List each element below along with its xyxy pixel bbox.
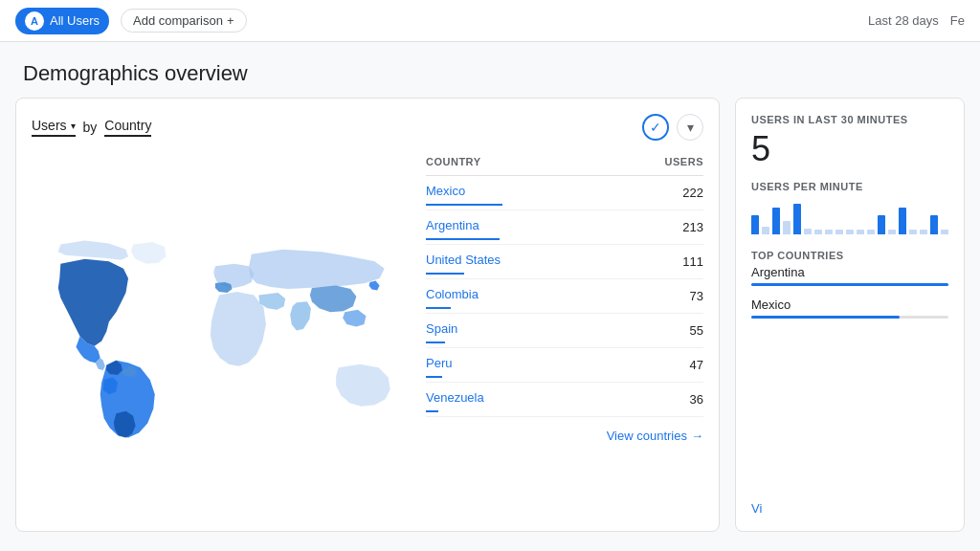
mini-bar	[751, 215, 759, 234]
mini-bar	[846, 230, 854, 234]
user-count: 73	[609, 279, 703, 314]
world-map	[32, 200, 418, 468]
country-cell: Peru	[426, 348, 609, 383]
top-countries-section: Argentina Mexico	[751, 265, 948, 501]
page-title-area: Demographics overview	[0, 42, 980, 98]
date-range-label: Last 28 days	[868, 13, 939, 28]
map-table-layout: COUNTRY USERS Mexico 222 Argentina 213 U…	[32, 152, 703, 516]
metric-selector[interactable]: Users ▾	[32, 118, 76, 137]
mini-bar	[909, 230, 917, 234]
country-name: Argentina	[426, 218, 479, 232]
dimension-label: Country	[104, 118, 151, 137]
mini-bar	[930, 215, 938, 234]
top-bar-right: Last 28 days Fe	[868, 13, 965, 28]
users-header: USERS	[609, 152, 703, 176]
card-header: Users ▾ by Country ✓ ▾	[32, 114, 703, 141]
mini-bar	[941, 230, 948, 234]
metric-label: Users	[32, 118, 67, 133]
table-row[interactable]: Spain 55	[426, 314, 703, 348]
mini-bar	[920, 230, 927, 234]
user-count: 36	[609, 383, 703, 417]
table-row[interactable]: Venezuela 36	[426, 383, 703, 417]
top-bar-left: A All Users Add comparison +	[15, 8, 247, 34]
users-30min-label: USERS IN LAST 30 MINUTES	[751, 114, 948, 125]
country-cell: United States	[426, 245, 609, 279]
chevron-down-icon: ▾	[71, 121, 76, 131]
top-country-bar-bg	[751, 316, 948, 319]
top-country-name: Argentina	[751, 265, 948, 279]
view-right-link[interactable]: Vi	[751, 501, 948, 516]
extra-label: Fe	[950, 13, 965, 28]
table-row[interactable]: United States 111	[426, 245, 703, 279]
mini-bar	[783, 221, 791, 234]
view-countries-link[interactable]: View countries →	[426, 417, 703, 443]
country-cell: Colombia	[426, 279, 609, 314]
country-name: Spain	[426, 321, 457, 336]
mini-bar	[878, 215, 885, 234]
user-count: 222	[609, 176, 703, 210]
all-users-segment[interactable]: A All Users	[15, 8, 109, 34]
mini-bar	[835, 230, 843, 234]
top-countries-label: TOP COUNTRIES	[751, 250, 948, 261]
by-label: by	[83, 120, 98, 135]
country-name: United States	[426, 253, 501, 267]
users-30min-value: 5	[751, 129, 948, 169]
mini-bar	[867, 230, 875, 234]
plus-icon: +	[227, 13, 234, 28]
top-country-name: Mexico	[751, 298, 948, 312]
country-cell: Venezuela	[426, 383, 609, 417]
country-name: Venezuela	[426, 390, 484, 405]
mini-bar	[804, 229, 812, 234]
country-name: Peru	[426, 356, 452, 370]
country-table: COUNTRY USERS Mexico 222 Argentina 213 U…	[426, 152, 703, 417]
add-comparison-label: Add comparison	[133, 13, 223, 28]
top-country-bar-fill	[751, 316, 900, 319]
check-circle-icon[interactable]: ✓	[642, 114, 669, 141]
mini-chart	[751, 196, 948, 234]
user-count: 47	[609, 348, 703, 383]
all-users-label: All Users	[50, 13, 100, 28]
mini-bar	[888, 230, 896, 234]
top-country-item: Mexico	[751, 298, 948, 319]
table-row[interactable]: Mexico 222	[426, 176, 703, 210]
mini-bar	[825, 230, 833, 234]
table-row[interactable]: Argentina 213	[426, 210, 703, 245]
main-content: Users ▾ by Country ✓ ▾	[0, 98, 980, 547]
add-comparison-button[interactable]: Add comparison +	[121, 9, 247, 33]
dropdown-button[interactable]: ▾	[677, 114, 703, 141]
right-card: USERS IN LAST 30 MINUTES 5 USERS PER MIN…	[735, 98, 965, 532]
avatar: A	[25, 11, 44, 31]
table-area: COUNTRY USERS Mexico 222 Argentina 213 U…	[426, 152, 703, 516]
country-cell: Argentina	[426, 210, 609, 245]
country-name: Colombia	[426, 287, 479, 301]
mini-bar	[814, 230, 822, 234]
mini-bar	[857, 230, 864, 234]
user-count: 55	[609, 314, 703, 348]
country-name: Mexico	[426, 184, 465, 198]
mini-bar	[772, 208, 780, 234]
user-count: 213	[609, 210, 703, 245]
top-country-bar-bg	[751, 283, 948, 286]
top-country-bar-fill	[751, 283, 948, 286]
arrow-icon: →	[691, 429, 703, 443]
top-bar: A All Users Add comparison + Last 28 day…	[0, 0, 980, 42]
country-cell: Spain	[426, 314, 609, 348]
top-country-item: Argentina	[751, 265, 948, 286]
mini-bar	[793, 204, 801, 234]
table-row[interactable]: Colombia 73	[426, 279, 703, 314]
page-title: Demographics overview	[23, 61, 957, 86]
users-per-minute-label: USERS PER MINUTE	[751, 181, 948, 192]
table-row[interactable]: Peru 47	[426, 348, 703, 383]
country-cell: Mexico	[426, 176, 609, 210]
mini-bar	[762, 227, 769, 234]
mini-bar	[899, 208, 906, 234]
country-header: COUNTRY	[426, 152, 609, 176]
header-right: ✓ ▾	[642, 114, 703, 141]
user-count: 111	[609, 245, 703, 279]
left-card: Users ▾ by Country ✓ ▾	[15, 98, 720, 532]
map-area	[32, 152, 418, 516]
